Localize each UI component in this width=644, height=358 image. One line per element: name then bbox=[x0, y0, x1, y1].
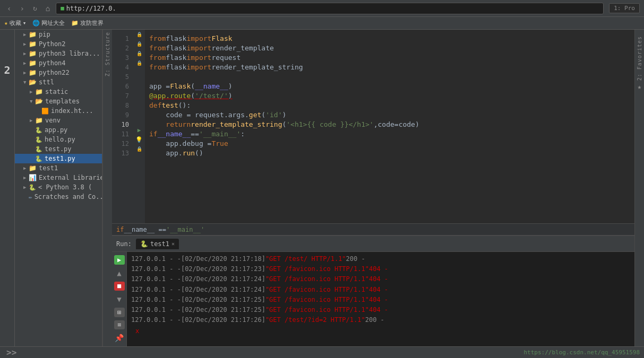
browser-bar: ‹ › ↻ ⌂ ■ http://127.0. 1: Pro bbox=[0, 0, 644, 17]
tree-item-external-libs[interactable]: ▶ 📊 External Libraries bbox=[15, 173, 102, 182]
chevron-down-icon: ▼ bbox=[23, 80, 29, 85]
line-num-4: 4 bbox=[112, 63, 133, 72]
line-num-8: 8 bbox=[112, 101, 133, 110]
bookmarks-bar: ★ 收藏 ▾ 🌐 网址大全 📁 攻防世界 bbox=[0, 17, 644, 30]
tree-item-test1-folder[interactable]: ▶ 📁 test1 bbox=[15, 163, 102, 173]
more-button[interactable]: >> bbox=[4, 347, 19, 357]
log-line-7: 127.0.0.1 - - [02/Dec/2020 21:17:26] "GE… bbox=[131, 315, 630, 325]
tree-item-label: < Python 3.8 ( bbox=[38, 184, 92, 191]
folder-icon: 📁 bbox=[29, 40, 37, 48]
tree-item-label: python22 bbox=[39, 69, 70, 76]
chevron-right-icon: ▶ bbox=[23, 41, 29, 47]
tree-item-hello-py[interactable]: 🐍 hello.py bbox=[15, 135, 102, 144]
folder-icon: 📁 bbox=[29, 164, 37, 172]
chevron-right-icon: ▶ bbox=[23, 185, 29, 190]
tree-item-templates[interactable]: ▼ 📂 templates bbox=[15, 97, 102, 106]
run-tab-test1[interactable]: 🐍 test1 ✕ bbox=[136, 239, 179, 249]
shield-icon: ■ bbox=[61, 5, 64, 12]
code-content[interactable]: from flask import Flask from flask impor… bbox=[145, 30, 634, 223]
tree-item-python2[interactable]: ▶ 📁 Python2 bbox=[15, 39, 102, 49]
folder-icon: 📁 bbox=[29, 59, 37, 67]
code-line-6: app = Flask(__name__) bbox=[149, 82, 634, 91]
chart-icon: 📊 bbox=[29, 174, 37, 181]
python-icon: 🐍 bbox=[29, 184, 36, 191]
chevron-right-icon: ▶ bbox=[23, 51, 29, 56]
python-run-icon: 🐍 bbox=[140, 240, 148, 248]
chevron-down-icon: ▼ bbox=[30, 99, 35, 104]
browser-tab[interactable]: 1: Pro bbox=[609, 3, 640, 13]
chevron-right-icon: ▶ bbox=[23, 165, 29, 171]
tree-item-scratches[interactable]: ✏ Scratches and Co... bbox=[15, 192, 102, 202]
tree-item-label: python4 bbox=[39, 59, 66, 67]
left-margin: 2 bbox=[0, 30, 15, 346]
tree-item-python3[interactable]: ▶ 📁 python3 libra... bbox=[15, 49, 102, 58]
run-button[interactable]: ▶ bbox=[114, 255, 125, 265]
chevron-right-icon: ▶ bbox=[30, 118, 35, 123]
tree-item-pip[interactable]: ▶ 📁 pip bbox=[15, 30, 102, 39]
html-file-icon: 🟧 bbox=[41, 108, 49, 115]
margin-number: 2 bbox=[0, 62, 14, 78]
folder-open-icon: 📂 bbox=[29, 78, 37, 86]
editor-area: 1 2 3 4 5 6 7 8 9 10 11 12 13 🔒 🔒 🔒 🔒 bbox=[112, 30, 634, 346]
python-file-icon: 🐍 bbox=[35, 155, 42, 162]
favorites-star-icon[interactable]: ★ bbox=[638, 83, 642, 91]
tree-item-test-py[interactable]: 🐍 test.py bbox=[15, 144, 102, 154]
code-line-9: code = request.args.get('id') bbox=[149, 110, 634, 120]
run-toolbar: Run: 🐍 test1 ✕ bbox=[112, 236, 634, 252]
bookmark-favorites[interactable]: ★ 收藏 ▾ bbox=[4, 19, 26, 27]
code-line-3: from flask import request bbox=[149, 53, 634, 63]
gutter-5 bbox=[133, 68, 145, 77]
status-bar: >> https://blog.csdn.net/qq_45951598 bbox=[0, 346, 644, 358]
code-line-11: if __name__ == '__main__': bbox=[149, 129, 634, 139]
back-button[interactable]: ‹ bbox=[4, 3, 14, 14]
tree-item-app-py[interactable]: 🐍 app.py bbox=[15, 125, 102, 135]
scroll-down-button[interactable]: ▼ bbox=[116, 294, 122, 304]
stop-button[interactable]: ■ bbox=[114, 282, 125, 291]
address-bar[interactable]: ■ http://127.0. bbox=[56, 3, 604, 14]
log-line-1: 127.0.0.1 - - [02/Dec/2020 21:17:18] "GE… bbox=[131, 254, 630, 264]
gutter-3: 🔒 bbox=[133, 49, 145, 58]
tree-item-venv[interactable]: ▶ 📁 venv bbox=[15, 116, 102, 125]
layout-button[interactable]: ⊞ bbox=[114, 308, 125, 317]
tree-item-python22[interactable]: ▶ 📁 python22 bbox=[15, 68, 102, 77]
gutter-2: 🔒 bbox=[133, 39, 145, 49]
tree-item-python38[interactable]: ▶ 🐍 < Python 3.8 ( bbox=[15, 182, 102, 192]
tree-item-label: pip bbox=[39, 31, 50, 38]
chevron-right-icon: ▶ bbox=[23, 70, 29, 75]
structure-sidebar[interactable]: Z: Structure bbox=[102, 30, 112, 346]
run-panel: Run: 🐍 test1 ✕ ▶ ▲ ■ ▼ ⊞ ≡ 📌 bbox=[112, 235, 634, 346]
tree-item-index-html[interactable]: 🟧 index.ht... bbox=[15, 106, 102, 116]
line-num-3: 3 bbox=[112, 53, 133, 63]
reload-button[interactable]: ↻ bbox=[30, 3, 40, 13]
line-num-13: 13 bbox=[112, 149, 133, 158]
line-num-7: 7 bbox=[112, 91, 133, 101]
log-line-3: 127.0.0.1 - - [02/Dec/2020 21:17:24] "GE… bbox=[131, 274, 630, 284]
close-tab-button[interactable]: ✕ bbox=[171, 241, 175, 247]
bookmark-websites[interactable]: 🌐 网址大全 bbox=[32, 19, 65, 27]
forward-button[interactable]: › bbox=[17, 3, 27, 14]
code-line-12: app.debug = True bbox=[149, 139, 634, 149]
tree-item-label: hello.py bbox=[45, 136, 75, 143]
code-editor: 1 2 3 4 5 6 7 8 9 10 11 12 13 🔒 🔒 🔒 🔒 bbox=[112, 30, 634, 223]
folder-icon: 📁 bbox=[35, 117, 43, 124]
tree-item-static[interactable]: ▶ 📁 static bbox=[15, 87, 102, 97]
home-button[interactable]: ⌂ bbox=[43, 3, 53, 14]
tree-item-python4[interactable]: ▶ 📁 python4 bbox=[15, 58, 102, 68]
tree-item-test1-py[interactable]: 🐍 test1.py bbox=[15, 154, 102, 163]
log-line-6: 127.0.0.1 - - [02/Dec/2020 21:17:25] "GE… bbox=[131, 305, 630, 315]
log-line-4: 127.0.0.1 - - [02/Dec/2020 21:17:24] "GE… bbox=[131, 285, 630, 295]
format-button[interactable]: ≡ bbox=[114, 320, 125, 330]
bookmark-ctf[interactable]: 📁 攻防世界 bbox=[71, 19, 104, 27]
tree-item-label: python3 libra... bbox=[39, 50, 100, 57]
scroll-up-button[interactable]: ▲ bbox=[116, 268, 122, 278]
pin-button[interactable]: 📌 bbox=[114, 333, 125, 343]
log-line-2: 127.0.0.1 - - [02/Dec/2020 21:17:23] "GE… bbox=[131, 264, 630, 274]
gutter-13: 🔒 bbox=[133, 144, 145, 154]
line-num-10: 10 bbox=[112, 120, 133, 129]
log-line-5: 127.0.0.1 - - [02/Dec/2020 21:17:25] "GE… bbox=[131, 295, 630, 305]
tree-item-label: sttl bbox=[39, 78, 54, 86]
run-tab-label: test1 bbox=[150, 240, 169, 248]
run-label: Run: bbox=[116, 240, 132, 248]
tree-item-label: test.py bbox=[45, 145, 72, 153]
tree-item-sttl[interactable]: ▼ 📂 sttl bbox=[15, 77, 102, 87]
